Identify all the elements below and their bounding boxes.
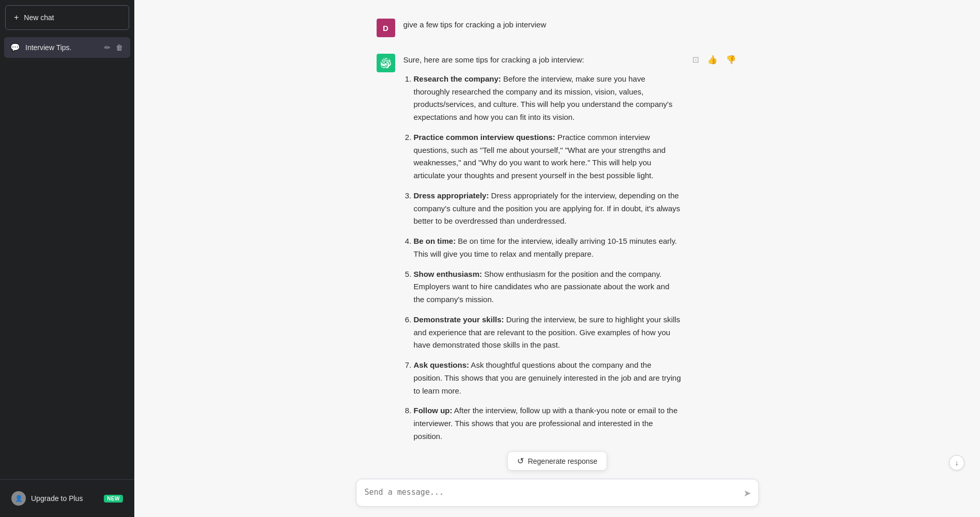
assistant-message-container: Sure, here are some tips for cracking a …: [335, 45, 780, 459]
user-avatar-icon: 👤: [11, 491, 26, 506]
send-button[interactable]: ➤: [741, 485, 753, 501]
refresh-icon: ↺: [517, 456, 524, 466]
openai-logo-icon: [381, 58, 391, 68]
tip-item-4: Be on time: Be on time for the interview…: [414, 235, 682, 261]
new-chat-button[interactable]: + New chat: [5, 5, 129, 30]
tip-item-1: Research the company: Before the intervi…: [414, 73, 682, 124]
chat-item[interactable]: 💬 Interview Tips. ✏ 🗑: [4, 37, 130, 58]
thumbs-down-button[interactable]: 👎: [724, 54, 738, 66]
chat-bubble-icon: 💬: [10, 43, 20, 52]
user-message-content: give a few tips for cracking a job inter…: [403, 19, 738, 32]
tip-item-2: Practice common interview questions: Pra…: [414, 131, 682, 182]
message-input[interactable]: [356, 479, 758, 506]
chat-item-left: 💬 Interview Tips.: [10, 43, 103, 52]
user-avatar: D: [377, 19, 395, 37]
tip-item-8: Follow up: After the interview, follow u…: [414, 404, 682, 443]
assistant-message-content: Sure, here are some tips for cracking a …: [403, 54, 682, 450]
new-badge: NEW: [104, 495, 123, 503]
tip-item-6: Demonstrate your skills: During the inte…: [414, 314, 682, 352]
thumbs-up-button[interactable]: 👍: [705, 54, 720, 66]
assistant-intro: Sure, here are some tips for cracking a …: [403, 54, 682, 67]
delete-chat-button[interactable]: 🗑: [115, 42, 124, 53]
assistant-avatar: [377, 54, 395, 72]
user-message-container: D give a few tips for cracking a job int…: [335, 10, 780, 45]
plus-icon: +: [14, 13, 19, 22]
tip-item-7: Ask questions: Ask thoughtful questions …: [414, 359, 682, 397]
new-chat-label: New chat: [24, 13, 54, 22]
upgrade-to-plus-button[interactable]: 👤 Upgrade to Plus NEW: [5, 486, 129, 511]
copy-message-button[interactable]: ⊡: [690, 54, 701, 66]
tip-item-5: Show enthusiasm: Show enthusiasm for the…: [414, 268, 682, 306]
send-icon: ➤: [743, 488, 751, 498]
message-actions: ⊡ 👍 👎: [690, 54, 738, 66]
input-wrapper: ➤: [356, 479, 759, 507]
regenerate-popup[interactable]: ↺ Regenerate response: [507, 451, 608, 471]
regenerate-label: Regenerate response: [528, 457, 598, 465]
sidebar: + New chat 💬 Interview Tips. ✏ 🗑 👤 Upgra…: [0, 0, 134, 517]
rename-chat-button[interactable]: ✏: [103, 42, 112, 53]
upgrade-label: Upgrade to Plus: [31, 494, 83, 503]
chat-area: D give a few tips for cracking a job int…: [134, 0, 980, 474]
tips-list: Research the company: Before the intervi…: [403, 73, 682, 443]
down-arrow-icon: ↓: [955, 459, 959, 467]
main-content: D give a few tips for cracking a job int…: [134, 0, 980, 517]
tip-item-3: Dress appropriately: Dress appropriately…: [414, 190, 682, 228]
sidebar-bottom: 👤 Upgrade to Plus NEW: [0, 479, 134, 517]
chat-list: 💬 Interview Tips. ✏ 🗑: [0, 35, 134, 479]
input-area: ↺ Regenerate response ➤ ↓: [134, 474, 980, 517]
assistant-message-row: Sure, here are some tips for cracking a …: [335, 45, 780, 459]
user-message-row: D give a few tips for cracking a job int…: [335, 10, 780, 45]
user-message-text: give a few tips for cracking a job inter…: [403, 20, 547, 29]
chat-item-actions: ✏ 🗑: [103, 42, 124, 53]
chat-item-label: Interview Tips.: [25, 43, 71, 52]
scroll-down-button[interactable]: ↓: [949, 455, 965, 471]
